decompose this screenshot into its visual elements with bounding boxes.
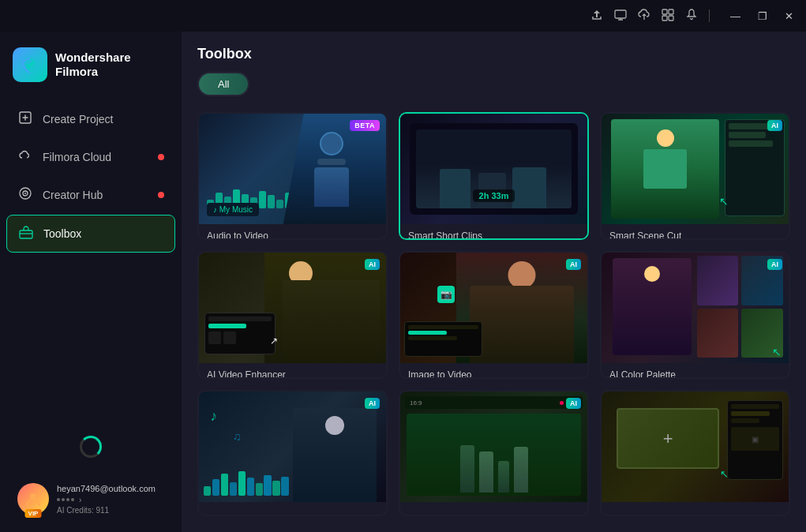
sidebar-item-create-project[interactable]: Create Project [6,101,175,137]
creator-hub-icon [17,186,33,204]
sidebar-label-creator-hub: Creator Hub [43,189,103,201]
tool-card-ai-video-enhancer[interactable]: ↗ AI AI Video Enhancer [197,251,388,379]
tool-thumb-bottom-1: ♪ ♫ AI [199,392,386,502]
titlebar-separator [709,9,710,22]
thumb-inner-scene-cut: ↖ [602,114,789,224]
badge-ai-color-palette: AI [767,259,782,270]
toolbox-icon [18,225,34,242]
window-controls: — ❐ ✕ [725,9,798,24]
tool-thumb-image-to-video: 📷 AI [400,253,587,363]
tool-label-bottom-1 [199,502,386,515]
sidebar: Wondershare Filmora Create Project [0,32,182,532]
badge-ai-bottom-1: AI [365,398,380,409]
filter-tab-all[interactable]: All [199,73,248,95]
titlebar: — ❐ ✕ [0,0,806,32]
sidebar-label-filmora-cloud: Filmora Cloud [43,151,111,163]
badge-ai-scene-cut: AI [767,120,782,131]
minimize-button[interactable]: — [725,9,745,24]
svg-rect-1 [662,9,667,14]
nav-items: Create Project Filmora Cloud [0,101,182,420]
svg-rect-0 [615,10,626,18]
thumb-inner-bottom-3: + ▣ ↖ [602,392,789,502]
tool-label-bottom-3 [602,502,789,515]
clip-timer: 2h 33m [473,189,515,202]
monitor-icon[interactable] [614,9,627,24]
logo-text: Wondershare Filmora [55,51,131,79]
tool-label-ai-video-enhancer: AI Video Enhancer [199,363,386,379]
creator-hub-notification-dot [158,192,164,198]
svg-rect-2 [669,9,673,14]
user-email: heyan7496@outlook.com [57,484,164,493]
svg-rect-9 [20,230,32,238]
bell-icon[interactable] [685,9,698,24]
user-dots [57,498,74,501]
tool-card-bottom-1[interactable]: ♪ ♫ AI [197,390,388,516]
app-logo [13,47,47,82]
thumb-inner-color: ↖ [602,253,789,363]
thumb-inner-bottom-1: ♪ ♫ [199,392,386,502]
sidebar-item-toolbox[interactable]: Toolbox [6,215,175,253]
svg-point-8 [24,193,26,194]
svg-point-11 [30,493,36,500]
badge-ai-bottom-2: AI [566,398,581,409]
tool-thumb-bottom-3: + ▣ ↖ [602,392,789,502]
sidebar-label-create-project: Create Project [43,113,113,126]
app-name-line2: Filmora [55,65,131,79]
user-info: heyan7496@outlook.com › AI Credits: 911 [57,484,164,515]
svg-rect-3 [662,16,667,21]
create-project-icon [17,111,33,128]
thumb-inner-image-video: 📷 [400,253,587,363]
spinner-animation [80,436,102,458]
tool-label-ai-color-palette: AI Color Palette [602,363,789,379]
tool-card-image-to-video[interactable]: 📷 AI Image to Video [399,251,589,379]
tool-thumb-smart-scene-cut: ↖ AI [602,114,789,224]
tool-thumb-smart-short-clips: 2h 33m [400,114,587,224]
app-name-line1: Wondershare [55,51,131,65]
thumb-inner-smart-clips: 2h 33m [400,114,587,224]
tool-label-image-to-video: Image to Video [400,363,587,379]
badge-ai-image-to-video: AI [566,259,581,270]
badge-ai-video-enhancer: AI [365,259,380,270]
dot4 [71,498,74,501]
thumb-inner-enhancer: ↗ [199,253,386,363]
titlebar-icons [590,9,710,24]
vip-badge: VIP [25,509,42,518]
logo-area: Wondershare Filmora [0,32,182,101]
dot1 [57,498,60,501]
maximize-button[interactable]: ❐ [753,9,772,24]
cloud-upload-icon[interactable] [638,9,650,24]
sidebar-item-filmora-cloud[interactable]: Filmora Cloud [6,139,175,175]
tool-card-bottom-3[interactable]: + ▣ ↖ [600,390,790,516]
user-credits: AI Credits: 911 [57,506,164,515]
content-header: Toolbox All [182,32,806,106]
thumb-inner-bottom-2: 16:9 [400,392,587,502]
tool-card-audio-to-video[interactable]: ♪ My Music BETA Audio to Video [197,112,388,240]
tool-card-ai-color-palette[interactable]: ↖ AI AI Color Palette [600,251,790,379]
sidebar-label-toolbox: Toolbox [43,227,81,240]
grid-icon[interactable] [662,9,674,24]
share-icon[interactable] [590,9,603,24]
page-title: Toolbox [197,46,790,62]
tool-thumb-ai-video-enhancer: ↗ AI [199,253,386,363]
tools-grid: ♪ My Music BETA Audio to Video [182,106,806,532]
tool-label-smart-short-clips: Smart Short Clips [400,224,587,240]
badge-beta-audio: BETA [350,120,380,131]
tool-card-bottom-2[interactable]: 16:9 AI [399,390,589,516]
tool-label-bottom-2 [400,502,587,515]
main-content: Toolbox All [182,32,806,532]
tool-label-audio-to-video: Audio to Video [199,224,386,240]
filter-bar: All [197,72,249,96]
dot3 [66,498,69,501]
tool-label-smart-scene-cut: Smart Scene Cut [602,224,789,240]
dot2 [62,498,65,501]
sidebar-item-creator-hub[interactable]: Creator Hub [6,177,175,213]
tool-thumb-ai-color-palette: ↖ AI [602,253,789,363]
tool-card-smart-scene-cut[interactable]: ↖ AI Smart Scene Cut [600,112,790,240]
tool-card-smart-short-clips[interactable]: 2h 33m Smart Short Clips [399,112,589,240]
user-area[interactable]: VIP heyan7496@outlook.com › AI Credits: … [6,474,175,524]
app-body: Wondershare Filmora Create Project [0,32,806,532]
filmora-cloud-notification-dot [158,154,164,160]
filmora-cloud-icon [17,148,33,166]
svg-rect-4 [669,16,673,21]
close-button[interactable]: ✕ [780,9,798,24]
